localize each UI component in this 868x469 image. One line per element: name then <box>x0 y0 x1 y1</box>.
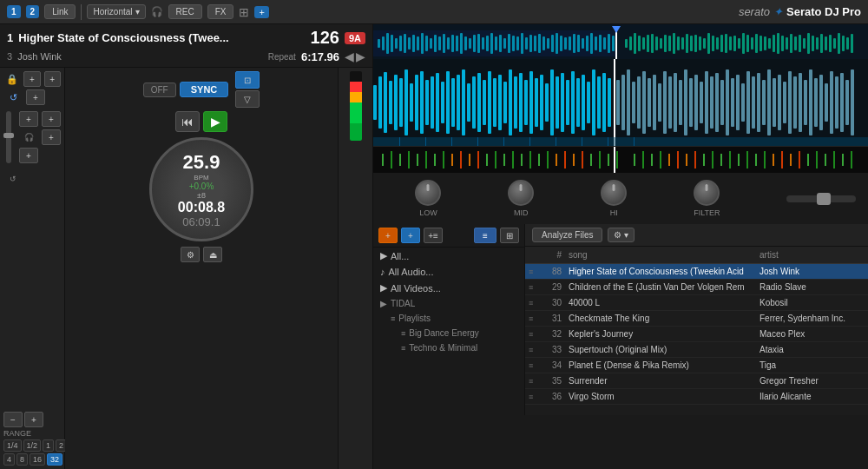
table-row[interactable]: ≡ 33 Supertouch (Original Mix) Ataxia Th… <box>525 342 868 358</box>
svg-rect-89 <box>768 38 771 49</box>
sidebar-item-playlists[interactable]: ≡ Playlists <box>373 311 524 326</box>
row-number: 31 <box>539 313 565 324</box>
plus-btn-7[interactable]: + <box>19 148 38 163</box>
svg-rect-96 <box>799 35 801 52</box>
table-row[interactable]: ≡ 35 Surrender Gregor Tresher Quiet Dist… <box>525 373 868 389</box>
add-list-btn[interactable]: +≡ <box>424 228 443 243</box>
link-button[interactable]: Link <box>44 4 76 19</box>
svg-rect-53 <box>603 37 606 50</box>
range-8[interactable]: 8 <box>16 453 28 466</box>
svg-rect-135 <box>493 78 496 127</box>
crossfader[interactable] <box>786 195 856 202</box>
sidebar-item-all-audio[interactable]: ♪ All Audio... <box>373 264 524 280</box>
low-knob[interactable] <box>415 180 441 206</box>
sync-button[interactable]: SYNC <box>180 82 229 97</box>
sidebar-item-techno-minimal[interactable]: ≡ Techno & Minimal <box>373 340 524 355</box>
next-arrow[interactable]: ▶ <box>356 50 365 63</box>
sidebar-item-big-dance-energy[interactable]: ≡ Big Dance Energy <box>373 326 524 340</box>
range-1[interactable]: 1 <box>43 439 54 452</box>
table-row[interactable]: ≡ 36 Virgo Storm Ilario Alicante Virgo S… <box>525 389 868 405</box>
plus-btn-3[interactable]: + <box>26 89 45 105</box>
range-32[interactable]: 32 <box>47 453 62 466</box>
fx-button[interactable]: FX <box>207 4 234 19</box>
plus-btn-5[interactable]: + <box>42 111 61 127</box>
top-bar: 1 2 Link Horizontal ▾ 🎧 REC FX ⊞ + serat… <box>0 0 868 24</box>
svg-rect-156 <box>602 73 606 132</box>
track-key: 9A <box>345 32 365 44</box>
analyze-files-btn[interactable]: Analyze Files <box>532 228 602 242</box>
plus-btn-4[interactable]: + <box>19 111 38 127</box>
svg-rect-160 <box>627 69 630 135</box>
hi-knob[interactable] <box>601 180 627 206</box>
loop-btn[interactable]: ⊡ <box>235 71 260 89</box>
svg-rect-232 <box>512 151 514 168</box>
sidebar-item-all[interactable]: ▶ All... <box>373 248 524 264</box>
eject-btn[interactable]: ⏏ <box>203 247 222 262</box>
row-song: Children of the E (Justin Van Der Volgen… <box>565 281 756 293</box>
table-row[interactable]: ≡ 30 40000 L Kobosil 105 05:25.00 <box>525 295 868 311</box>
mid-knob[interactable] <box>508 180 534 206</box>
svg-rect-225 <box>451 154 453 166</box>
sidebar-item-tidal[interactable]: ▶ TIDAL <box>373 296 524 311</box>
svg-rect-70 <box>686 34 688 53</box>
row-song: Higher State of Consciousness (Tweekin A… <box>565 266 756 277</box>
settings-icon-btn[interactable]: ⚙ <box>181 247 200 262</box>
svg-rect-227 <box>469 154 470 166</box>
svg-rect-161 <box>632 82 635 123</box>
svg-rect-231 <box>503 154 505 166</box>
col-header-song[interactable]: song <box>565 248 756 261</box>
eq-knob-filter-1: FILTER <box>694 180 720 217</box>
plus-btn-6[interactable]: + <box>42 129 61 145</box>
lock-icon: 🔒 <box>3 71 20 87</box>
svg-rect-228 <box>477 151 479 168</box>
row-drag-icon: ≡ <box>525 314 539 324</box>
rec-button[interactable]: REC <box>168 4 202 19</box>
svg-rect-75 <box>707 33 710 54</box>
add-blue-btn[interactable]: + <box>401 228 420 243</box>
sidebar-item-all-videos[interactable]: ▶ All Videos... <box>373 280 524 296</box>
svg-rect-86 <box>755 34 758 53</box>
svg-rect-171 <box>684 69 687 135</box>
minus-btn[interactable]: − <box>3 412 23 427</box>
svg-rect-218 <box>391 151 392 168</box>
cue-btn[interactable]: ▽ <box>235 90 260 108</box>
svg-rect-229 <box>486 154 488 166</box>
plus-icon[interactable]: + <box>254 6 268 18</box>
platter[interactable]: 25.9 BPM +0.0% ±8 00:08.8 06:09.1 <box>149 137 253 241</box>
svg-rect-159 <box>621 75 625 130</box>
svg-rect-73 <box>699 36 701 50</box>
plus-btn-2[interactable]: + <box>44 71 61 87</box>
reverse-icon: ↺ <box>3 171 23 187</box>
col-header-num[interactable]: # <box>539 248 565 261</box>
table-row[interactable]: ≡ 31 Checkmate The King Ferrer, Sydenham… <box>525 311 868 327</box>
range-quarter[interactable]: 1/4 <box>3 439 22 452</box>
range-half[interactable]: 1/2 <box>23 439 42 452</box>
range-16[interactable]: 16 <box>30 453 45 466</box>
eq-knob-hi: HI <box>601 180 627 217</box>
range-4[interactable]: 4 <box>3 453 15 466</box>
cue-point-btn[interactable]: ⏮ <box>175 111 200 132</box>
list-view-btn[interactable]: ≡ <box>474 228 496 243</box>
horizontal-dropdown[interactable]: Horizontal ▾ <box>87 4 145 19</box>
play-button[interactable]: ▶ <box>203 111 227 132</box>
repeat-label[interactable]: Repeat <box>268 52 296 62</box>
add-orange-btn[interactable]: + <box>378 228 398 243</box>
table-row[interactable]: ≡ 32 Kepler's Journey Maceo Plex Solar 0… <box>525 327 868 342</box>
col-header-artist[interactable]: artist <box>756 248 868 261</box>
grid-view-btn[interactable]: ⊞ <box>500 228 519 243</box>
plus-btn-8[interactable]: + <box>24 412 43 427</box>
table-row[interactable]: ≡ 29 Children of the E (Justin Van Der V… <box>525 280 868 295</box>
svg-rect-223 <box>434 154 436 166</box>
svg-rect-208 <box>451 137 452 146</box>
tempo-slider[interactable] <box>6 111 11 163</box>
filter-knob-1[interactable] <box>694 180 720 206</box>
settings-btn[interactable]: ⚙ ▾ <box>608 228 635 242</box>
plus-btn-1[interactable]: + <box>23 71 40 87</box>
off-button[interactable]: OFF <box>143 83 176 97</box>
row-song: Virgo Storm <box>565 391 756 402</box>
table-row[interactable]: ≡ 88 Higher State of Consciousness (Twee… <box>525 264 868 280</box>
svg-rect-4 <box>391 35 393 52</box>
prev-arrow[interactable]: ◀ <box>345 50 354 63</box>
svg-rect-65 <box>664 35 667 52</box>
table-row[interactable]: ≡ 34 Planet E (Dense & Pika Remix) Tiga … <box>525 358 868 373</box>
